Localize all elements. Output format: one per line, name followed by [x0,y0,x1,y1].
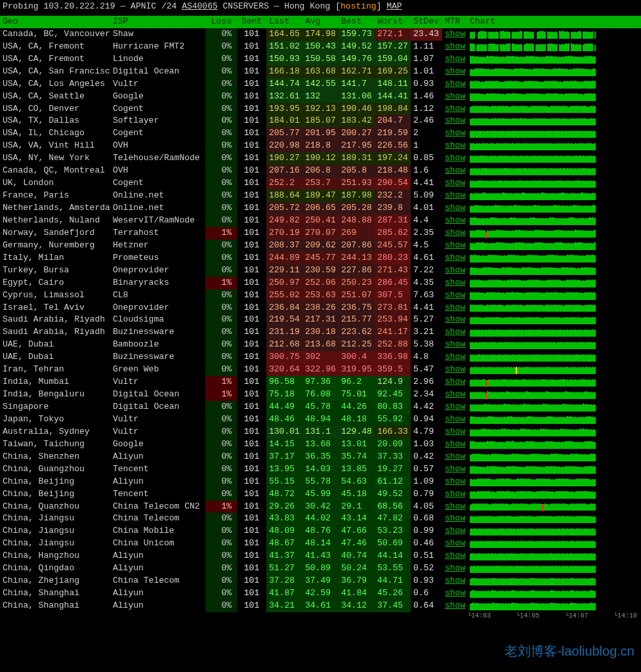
col-last[interactable]: Last [266,16,302,28]
mtr-show-link[interactable]: show [445,327,465,337]
axis-tick: └14:07 [565,612,589,620]
last: 43.83 [266,513,302,525]
geo: China, Zhejiang [0,575,110,587]
probe-asn-link[interactable]: AS40065 [182,1,218,11]
col-isp[interactable]: ISP [110,16,205,28]
mtr-show-link[interactable]: show [445,140,465,150]
avg: 230.59 [302,264,339,277]
table-row: Netherlands, AmsterdamOnline.net0%101205… [0,202,641,215]
mtr-show-link[interactable]: show [445,66,465,76]
map-link[interactable]: MAP [386,1,402,11]
mtr-show-link[interactable]: show [445,464,465,474]
mtr-show-link[interactable]: show [445,215,465,225]
col-sent[interactable]: Sent [237,16,266,28]
mtr-show-link[interactable]: show [445,588,465,598]
mtr-show-link[interactable]: show [445,452,465,461]
mtr-show-link[interactable]: show [445,165,465,175]
worst: 290.54 [375,177,411,190]
avg: 142.55 [302,78,339,91]
isp: Vultr [110,376,205,388]
mtr-show-link[interactable]: show [445,364,465,374]
sent: 101 [237,252,266,264]
header-row: Geo ISP Loss Sent Last Avg Best Worst St… [0,16,641,28]
isp: Hurricane FMT2 [110,41,205,53]
mtr-show-link[interactable]: show [445,153,465,163]
geo: China, Quanzhou [0,501,110,513]
mtr-show-link[interactable]: show [445,563,465,573]
mtr-show-link[interactable]: show [445,91,465,101]
mtr-show-link[interactable]: show [445,576,465,585]
table-row: Canada, QC, MontrealOVH0%101207.16206.82… [0,165,641,177]
worst: 239.8 [375,202,411,215]
mtr-show-link[interactable]: show [445,439,465,449]
chart-cell [467,339,641,351]
mtr-show-link[interactable]: show [445,54,465,64]
last: 37.28 [266,575,302,587]
col-chart[interactable]: Chart [467,16,641,28]
mtr-show-link[interactable]: show [445,29,465,39]
col-stdev[interactable]: StDev [411,16,442,28]
table-row: Turkey, BursaOneprovider0%101229.11230.5… [0,264,641,277]
mtr-show-link[interactable]: show [445,600,465,610]
mtr-show-link[interactable]: show [445,402,465,411]
mtr-show-link[interactable]: show [445,190,465,200]
latency-sparkline [470,303,637,312]
worst: 218.48 [375,165,411,177]
mtr-show-link[interactable]: show [445,352,465,362]
mtr-show-link[interactable]: show [445,339,465,349]
last: 229.11 [266,264,302,277]
mtr-show-link[interactable]: show [445,265,465,275]
mtr-show-link[interactable]: show [445,513,465,523]
mtr-show-link[interactable]: show [445,79,465,89]
mtr-show-link[interactable]: show [445,41,465,51]
best: 43.14 [339,513,375,525]
axis-tick: └14:10 [613,612,637,620]
col-mtr[interactable]: MTR [442,16,467,28]
mtr-show-link[interactable]: show [445,377,465,387]
chart-cell [467,413,641,426]
mtr-show-link[interactable]: show [445,253,465,262]
mtr-show-link[interactable]: show [445,476,465,486]
mtr-show-link[interactable]: show [445,489,465,499]
worst: 61.12 [375,476,411,488]
mtr-show-link[interactable]: show [445,203,465,213]
mtr-show-link[interactable]: show [445,303,465,312]
best: 250.23 [339,277,375,289]
latency-sparkline [470,167,637,175]
col-loss[interactable]: Loss [205,16,237,28]
mtr-show-link[interactable]: show [445,314,465,324]
avg: 252.06 [302,277,339,289]
stdev: 7.22 [411,264,442,277]
col-geo[interactable]: Geo [0,16,110,28]
mtr-show-link[interactable]: show [445,551,465,560]
worst: 157.27 [375,41,411,53]
col-avg[interactable]: Avg [302,16,339,28]
mtr-show-link[interactable]: show [445,228,465,238]
loss: 0% [205,240,237,252]
geo: China, Beijing [0,476,110,488]
mtr-show-link[interactable]: show [445,538,465,548]
loss: 0% [205,103,237,116]
latency-sparkline [470,341,637,349]
chart-cell [467,127,641,140]
col-worst[interactable]: Worst [375,16,411,28]
mtr-show-link[interactable]: show [445,128,465,138]
mtr-show-link[interactable]: show [445,389,465,399]
mtr-show-link[interactable]: show [445,501,465,511]
mtr-show-link[interactable]: show [445,526,465,536]
mtr-show-link[interactable]: show [445,414,465,424]
col-best[interactable]: Best [339,16,375,28]
stdev: 0.85 [411,152,442,165]
mtr-show-link[interactable]: show [445,290,465,300]
avg: 185.07 [302,115,339,127]
loss: 0% [205,215,237,227]
best: 47.46 [339,537,375,550]
probe-registry: APNIC [131,1,156,11]
sent: 101 [237,66,266,78]
mtr-show-link[interactable]: show [445,116,465,125]
mtr-show-link[interactable]: show [445,240,465,250]
mtr-show-link[interactable]: show [445,178,465,188]
mtr-show-link[interactable]: show [445,427,465,436]
mtr-show-link[interactable]: show [445,104,465,114]
mtr-show-link[interactable]: show [445,278,465,287]
